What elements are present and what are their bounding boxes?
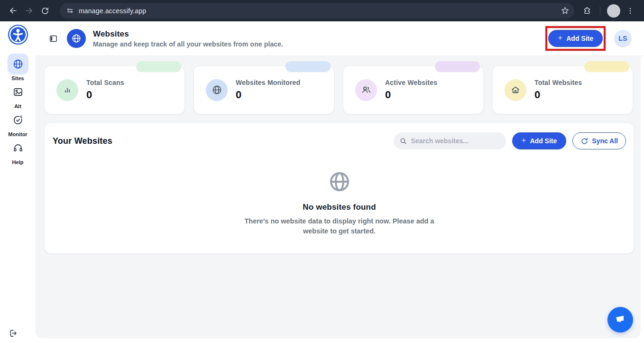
sync-all-label: Sync All	[592, 137, 618, 145]
page-titles: Websites Manage and keep track of all yo…	[93, 29, 545, 48]
add-site-button[interactable]: + Add Site	[548, 30, 603, 47]
websites-globe-icon	[67, 29, 86, 48]
panel-header: Your Websites + Add Site	[53, 132, 626, 149]
user-avatar[interactable]: LS	[614, 30, 632, 47]
accessibility-logo[interactable]	[7, 24, 29, 46]
stats-row: Total Scans 0 Websites Monitored 0	[44, 65, 641, 114]
sidebar-item-label: Monitor	[8, 131, 27, 137]
empty-state-description: There's no website data to display right…	[232, 216, 447, 236]
sidebar-item-monitor[interactable]: Monitor	[0, 110, 36, 138]
stat-card-total-scans: Total Scans 0	[44, 65, 185, 114]
bookmark-star-icon[interactable]	[561, 6, 570, 15]
browser-profile-avatar[interactable]	[607, 4, 620, 18]
sidebar-nav: Sites Alt Monitor	[0, 54, 36, 166]
users-icon	[355, 79, 377, 101]
url-text[interactable]: manage.accessify.app	[79, 7, 561, 15]
sidebar-item-label: Sites	[11, 75, 24, 81]
content-area: Total Scans 0 Websites Monitored 0	[36, 56, 641, 338]
add-site-label: Add Site	[566, 35, 593, 42]
globe-icon	[206, 79, 228, 101]
logout-icon[interactable]	[9, 329, 18, 340]
page-subtitle: Manage and keep track of all your websit…	[93, 40, 545, 48]
sidebar-item-label: Help	[12, 159, 24, 165]
decor-pill	[435, 61, 480, 72]
stat-value: 0	[385, 89, 437, 101]
forward-icon[interactable]	[21, 3, 37, 19]
add-site-annotation-wrap: + Add Site	[545, 26, 606, 51]
decor-pill	[285, 61, 331, 72]
panel-toggle-icon[interactable]	[49, 34, 58, 43]
page-title: Websites	[93, 29, 545, 39]
decor-pill	[136, 61, 181, 72]
sidebar: Sites Alt Monitor	[0, 21, 36, 343]
stat-card-total-websites: Total Websites 0	[492, 65, 633, 114]
search-input[interactable]	[411, 137, 492, 145]
address-bar[interactable]: manage.accessify.app	[60, 3, 574, 19]
sidebar-item-label: Alt	[14, 103, 21, 109]
sync-all-button[interactable]: Sync All	[572, 132, 626, 149]
plus-icon: +	[558, 33, 562, 43]
home-icon	[505, 79, 526, 101]
app-root: Sites Alt Monitor	[0, 21, 644, 343]
panel-actions: + Add Site Sync All	[394, 132, 626, 149]
panel-title: Your Websites	[53, 136, 112, 146]
toolbar-divider	[600, 7, 600, 15]
main-area: Websites Manage and keep track of all yo…	[36, 21, 644, 343]
monitor-target-icon	[8, 110, 28, 130]
refresh-icon[interactable]	[37, 3, 53, 19]
stat-value: 0	[534, 89, 582, 101]
sync-icon	[580, 137, 589, 145]
site-settings-icon[interactable]	[66, 7, 74, 15]
stat-label: Total Scans	[86, 79, 124, 86]
headset-icon	[8, 138, 28, 158]
search-icon	[399, 137, 407, 145]
stat-label: Websites Monitored	[236, 79, 300, 86]
browser-menu-icon[interactable]	[622, 3, 638, 19]
stat-card-websites-monitored: Websites Monitored 0	[193, 65, 334, 114]
sidebar-item-help[interactable]: Help	[0, 138, 36, 166]
header-actions: + Add Site LS	[545, 26, 632, 51]
back-icon[interactable]	[5, 3, 21, 19]
chat-widget-button[interactable]	[607, 307, 633, 333]
globe-icon	[8, 54, 28, 74]
stat-value: 0	[236, 89, 300, 101]
add-site-label: Add Site	[530, 137, 557, 145]
stat-label: Total Websites	[534, 79, 582, 86]
sidebar-item-alt[interactable]: Alt	[0, 82, 36, 110]
image-icon	[8, 82, 28, 102]
search-box[interactable]	[394, 132, 506, 149]
plus-icon: +	[522, 136, 526, 145]
stat-card-active-websites: Active Websites 0	[343, 65, 484, 114]
page-header: Websites Manage and keep track of all yo…	[36, 21, 644, 56]
stat-value: 0	[86, 89, 124, 101]
empty-state: No websites found There's no website dat…	[53, 170, 626, 236]
your-websites-panel: Your Websites + Add Site	[44, 122, 634, 254]
stat-label: Active Websites	[385, 79, 437, 86]
decor-pill	[584, 61, 629, 72]
add-site-button-secondary[interactable]: + Add Site	[512, 132, 567, 149]
chat-icon	[614, 313, 627, 327]
browser-window: manage.accessify.app Si	[0, 0, 644, 343]
extensions-icon[interactable]	[579, 3, 595, 19]
empty-state-heading: No websites found	[303, 203, 376, 212]
sidebar-item-sites[interactable]: Sites	[0, 54, 36, 82]
bar-chart-icon	[56, 79, 78, 101]
browser-toolbar: manage.accessify.app	[0, 0, 644, 21]
globe-icon	[328, 170, 351, 195]
